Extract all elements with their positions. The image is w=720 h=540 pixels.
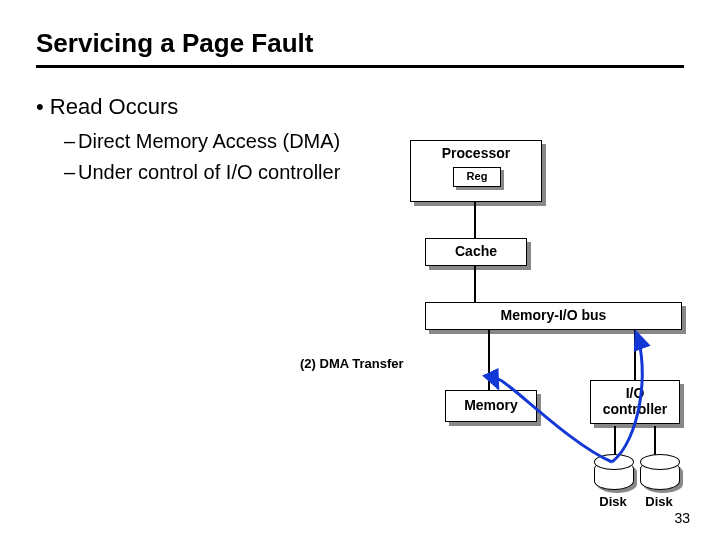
- bullet-text: Direct Memory Access (DMA): [78, 130, 340, 152]
- slide-number: 33: [674, 510, 690, 526]
- bullet-text: Read Occurs: [50, 94, 178, 119]
- slide: Servicing a Page Fault • Read Occurs –Di…: [0, 0, 720, 540]
- bullet-level2: –Under control of I/O controller: [64, 159, 356, 186]
- title-rule: [36, 65, 684, 68]
- bullet-text: Under control of I/O controller: [78, 161, 340, 183]
- diagram: Processor Reg Cache Memory-I/O bus Memor…: [380, 140, 700, 520]
- slide-title: Servicing a Page Fault: [36, 28, 684, 59]
- bullet-level2: –Direct Memory Access (DMA): [64, 128, 356, 155]
- dma-arrow-icon: [380, 140, 700, 520]
- bullet-level1: • Read Occurs: [36, 92, 356, 122]
- bullet-list: • Read Occurs –Direct Memory Access (DMA…: [36, 92, 356, 186]
